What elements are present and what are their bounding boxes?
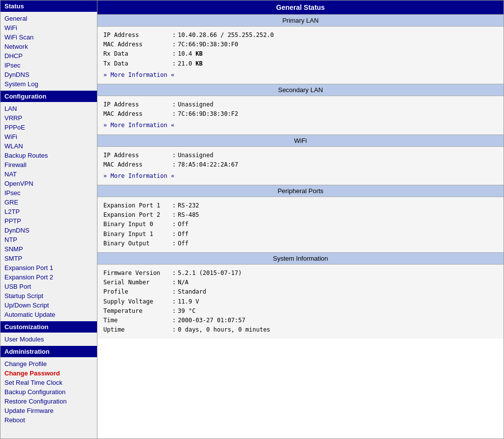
sidebar-item-1-17[interactable]: Expansion Port 1 (0, 263, 97, 272)
row-sep-4-5: : (172, 316, 176, 325)
row-sep-4-0: : (172, 269, 176, 278)
sidebar-item-0-2[interactable]: WiFi Scan (0, 33, 97, 42)
sidebar-item-2-0[interactable]: User Modules (0, 335, 97, 344)
info-row-4-2: Profile : Standard (103, 287, 498, 297)
row-sep-1-1: : (172, 109, 176, 119)
more-info-link-2[interactable]: » More Information « (103, 172, 175, 179)
row-sep-0-0: : (172, 31, 176, 40)
row-value-3-2: Off (178, 220, 189, 229)
sidebar-header-1: Configuration (0, 91, 97, 102)
sidebar-item-3-0[interactable]: Change Profile (0, 359, 97, 369)
sidebar-item-0-3[interactable]: Network (0, 42, 97, 51)
sidebar-item-1-22[interactable]: Automatic Update (0, 310, 97, 319)
sidebar-item-1-13[interactable]: DynDNS (0, 226, 97, 235)
row-sep-3-3: : (172, 230, 176, 239)
section-title-1: Secondary LAN (97, 84, 504, 96)
info-row-4-5: Time : 2000-03-27 01:07:57 (103, 316, 498, 325)
row-sep-0-3: : (172, 59, 176, 68)
sidebar-item-0-0[interactable]: General (0, 14, 97, 23)
sidebar-item-0-1[interactable]: WiFi (0, 23, 97, 33)
sidebar-item-3-5[interactable]: Update Firmware (0, 406, 97, 415)
section-0: Primary LANIP Address : 10.40.28.66 / 25… (97, 14, 504, 84)
more-info-link-1[interactable]: » More Information « (103, 122, 175, 129)
info-row-0-2: Rx Data : 10.4 KB (103, 49, 498, 59)
sidebar-item-1-2[interactable]: PPPoE (0, 123, 97, 132)
row-value-4-5: 2000-03-27 01:07:57 (178, 316, 245, 325)
main-content: General Status Primary LANIP Address : 1… (97, 0, 504, 439)
sidebar-item-0-7[interactable]: System Log (0, 79, 97, 89)
row-label-4-1: Serial Number (103, 278, 172, 287)
row-label-3-0: Expansion Port 1 (103, 201, 172, 210)
info-row-1-1: MAC Address : 7C:66:9D:38:30:F2 (103, 109, 498, 119)
info-row-0-1: MAC Address : 7C:66:9D:38:30:F0 (103, 40, 498, 49)
sidebar-item-3-3[interactable]: Backup Configuration (0, 387, 97, 397)
section-content-0: IP Address : 10.40.28.66 / 255.255.252.0… (97, 27, 504, 84)
sidebar-item-3-2[interactable]: Set Real Time Clock (0, 378, 97, 387)
row-label-4-2: Profile (103, 287, 172, 297)
sidebar-header-2: Customization (0, 321, 97, 333)
sidebar-header-0: Status (0, 0, 97, 12)
sidebar-item-1-16[interactable]: SMTP (0, 254, 97, 263)
row-sep-3-0: : (172, 201, 176, 210)
info-row-2-1: MAC Address : 78:A5:04:22:2A:67 (103, 160, 498, 169)
row-sep-3-4: : (172, 239, 176, 248)
row-sep-1-0: : (172, 100, 176, 109)
sidebar-item-1-12[interactable]: PPTP (0, 216, 97, 226)
row-label-3-4: Binary Output (103, 239, 172, 248)
row-label-4-4: Temperature (103, 306, 172, 316)
row-value-4-1: N/A (178, 278, 189, 287)
row-label-0-0: IP Address (103, 31, 172, 40)
sidebar-item-1-1[interactable]: VRRP (0, 113, 97, 123)
sidebar-item-1-11[interactable]: L2TP (0, 207, 97, 216)
row-label-3-1: Expansion Port 2 (103, 210, 172, 220)
section-1: Secondary LANIP Address : UnassignedMAC … (97, 84, 504, 135)
row-label-0-3: Tx Data (103, 59, 172, 68)
row-value-3-3: Off (178, 230, 189, 239)
row-sep-4-3: : (172, 297, 176, 306)
row-sep-3-1: : (172, 210, 176, 220)
info-row-4-4: Temperature : 39 °C (103, 306, 498, 316)
row-label-4-3: Supply Voltage (103, 297, 172, 306)
section-3: Peripheral PortsExpansion Port 1 : RS-23… (97, 185, 504, 252)
sidebar-item-1-3[interactable]: WiFi (0, 132, 97, 141)
more-info-link-0[interactable]: » More Information « (103, 71, 175, 78)
section-title-3: Peripheral Ports (97, 185, 504, 197)
row-value-2-0: Unassigned (178, 151, 213, 160)
sidebar-item-3-1[interactable]: Change Password (0, 369, 97, 378)
sidebar-item-1-18[interactable]: Expansion Port 2 (0, 272, 97, 282)
sidebar-item-0-6[interactable]: DynDNS (0, 70, 97, 79)
section-title-4: System Information (97, 252, 504, 265)
sidebar-item-1-21[interactable]: Up/Down Script (0, 301, 97, 310)
sidebar-item-1-9[interactable]: IPsec (0, 188, 97, 198)
row-label-0-1: MAC Address (103, 40, 172, 49)
sidebar-item-1-7[interactable]: NAT (0, 169, 97, 179)
sidebar-item-1-6[interactable]: Firewall (0, 160, 97, 169)
sidebar-item-1-0[interactable]: LAN (0, 104, 97, 113)
sidebar-item-1-15[interactable]: SNMP (0, 244, 97, 254)
sidebar-item-1-8[interactable]: OpenVPN (0, 179, 97, 188)
row-label-3-3: Binary Input 1 (103, 230, 172, 239)
sidebar-item-1-10[interactable]: GRE (0, 198, 97, 207)
row-label-4-6: Uptime (103, 325, 172, 335)
row-value-3-1: RS-485 (178, 210, 199, 220)
section-title-2: WiFi (97, 135, 504, 147)
row-label-1-1: MAC Address (103, 109, 172, 119)
sidebar-item-1-20[interactable]: Startup Script (0, 291, 97, 301)
info-row-3-1: Expansion Port 2 : RS-485 (103, 210, 498, 220)
section-4: System InformationFirmware Version : 5.2… (97, 252, 504, 338)
row-label-2-0: IP Address (103, 151, 172, 160)
sidebar-item-1-19[interactable]: USB Port (0, 282, 97, 291)
sidebar-item-0-5[interactable]: IPsec (0, 61, 97, 70)
section-content-4: Firmware Version : 5.2.1 (2015-07-17)Ser… (97, 265, 504, 338)
row-label-0-2: Rx Data (103, 49, 172, 59)
sidebar-item-1-4[interactable]: WLAN (0, 141, 97, 151)
info-row-2-0: IP Address : Unassigned (103, 151, 498, 160)
row-sep-4-1: : (172, 278, 176, 287)
sidebar-item-1-14[interactable]: NTP (0, 235, 97, 244)
row-value-4-2: Standard (178, 287, 206, 297)
sidebar-item-1-5[interactable]: Backup Routes (0, 151, 97, 160)
sidebar-item-3-6[interactable]: Reboot (0, 415, 97, 425)
sidebar-item-3-4[interactable]: Restore Configuration (0, 397, 97, 406)
sidebar-item-0-4[interactable]: DHCP (0, 51, 97, 61)
info-row-4-3: Supply Voltage : 11.9 V (103, 297, 498, 306)
